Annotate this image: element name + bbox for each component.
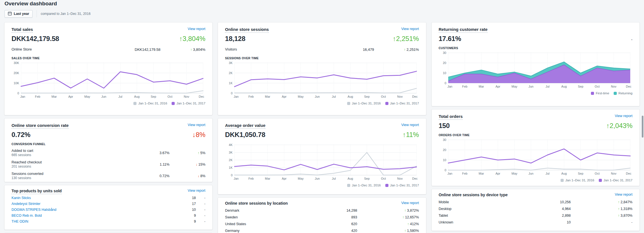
list-row: Kanin Sticks18- [12,195,205,201]
row-label: Unknown [439,220,537,225]
chart-svg: 0102030JanFebMarAprMayJunJulAugSepOctNov… [439,51,632,89]
svg-text:Dec: Dec [412,95,418,98]
svg-text:Apr: Apr [495,85,500,88]
view-report-link-orders[interactable]: View report [615,114,632,118]
chart-svg: 01K2K3KJanFebMarAprMayJunJulAugSepOctNov… [225,61,419,99]
view-report-link-total-sales[interactable]: View report [188,27,205,31]
svg-text:Sep: Sep [578,85,583,88]
list-row: Online StoreDKK142,179.58↑ 3,804% [12,45,205,53]
row-delta: ↑ 3,870% [571,214,632,218]
svg-text:4K: 4K [229,143,233,147]
legend-item: Jan 1–Dec 31, 2016 [347,102,381,105]
row-label: Denmark [225,208,323,213]
chart-svg: 0102030JanFebMarAprMayJunJulAugSepOctNov… [439,138,632,176]
row-delta: - [196,214,205,218]
view-report-link-aov[interactable]: View report [401,123,419,127]
compared-to-text: compared to Jan 1–Dec 31, 2016 [41,12,90,16]
sales-over-time-chart: 010K20K30KJanFebMarAprMayJunJulAugSepOct… [12,61,205,99]
orders-chart-legend: Jan 1–Dec 31, 2016Jan 1–Dec 31, 2017 [439,178,632,182]
svg-text:Jul: Jul [545,85,549,88]
date-range-button[interactable]: Last year [4,10,33,18]
row-delta: ↑ 412% [357,222,419,226]
scrollbar-thumb[interactable] [642,116,643,138]
row-delta: - [196,220,205,223]
sessions-breakdown: Visitors16,479↑ 2,251% [225,45,419,53]
svg-text:Feb: Feb [462,85,467,88]
row-label: Tablet [439,213,537,218]
view-report-link-top-products[interactable]: View report [188,189,205,193]
conversion-funnel-list: Added to cart665 sessions3.67%↑ 5%Reache… [12,147,205,182]
card-title-sessions-by-device: Online store sessions by device type [439,193,508,197]
svg-text:Sep: Sep [364,95,370,98]
page-title: Overview dashboard [4,1,640,7]
orders-over-time-chart: 0102030JanFebMarAprMayJunJulAugSepOctNov… [439,138,632,176]
row-delta: ↑ 2,847% [571,200,632,204]
legend-item: First-time [591,92,609,95]
list-row: THE ODIN9- [12,218,205,224]
svg-text:3K: 3K [229,61,233,65]
view-report-link-conversion[interactable]: View report [188,123,205,127]
svg-text:Feb: Feb [35,95,40,98]
legend-swatch-icon [347,184,350,187]
svg-text:May: May [84,95,90,98]
svg-text:Mar: Mar [479,172,484,175]
legend-swatch-icon [172,102,175,105]
row-delta: ↓ 15% [169,163,205,166]
svg-text:2K: 2K [229,71,233,75]
section-label-sessions-over-time: SESSIONS OVER TIME [225,56,419,60]
svg-text:Aug: Aug [561,172,567,175]
list-row: Sessions converted130 sessions0.72%↓ 8% [12,170,205,182]
svg-text:Aug: Aug [134,95,140,98]
legend-item: Jan 1–Dec 31, 2016 [133,102,167,105]
svg-text:20: 20 [443,148,446,152]
customers-chart: 0102030JanFebMarAprMayJunJulAugSepOctNov… [439,51,632,89]
svg-text:Oct: Oct [168,95,172,98]
svg-text:Mar: Mar [51,95,57,98]
svg-text:Apr: Apr [282,177,286,180]
legend-swatch-icon [561,179,564,182]
row-value: 2,898 [537,214,571,218]
product-link[interactable]: THE ODIN [12,219,173,224]
view-report-link-location[interactable]: View report [401,201,419,205]
row-value: 17 [173,202,196,206]
svg-text:0: 0 [17,92,19,95]
svg-text:Jan: Jan [234,177,239,180]
legend-item: Jan 1–Dec 31, 2017 [172,102,205,105]
product-link[interactable]: DOGMA STRIPES Halsbånd [12,207,173,212]
row-delta: - [196,196,205,200]
svg-text:Apr: Apr [68,95,73,98]
conversion-rate-card: Online store conversion rate View report… [4,118,212,182]
legend-item: Jan 1–Dec 31, 2016 [347,184,381,187]
section-label-sales-over-time: SALES OVER TIME [12,56,205,60]
online-store-sessions-card: Online store sessions View report 18,128… [218,22,426,115]
svg-text:Nov: Nov [184,95,189,98]
total-orders-delta: ↑2,043% [606,122,632,130]
svg-text:Jul: Jul [118,95,122,98]
list-row: Mobile10,256↑ 2,847% [439,199,632,205]
svg-text:0: 0 [231,173,233,177]
column-2: Online store sessions View report 18,128… [218,22,426,233]
svg-text:Feb: Feb [249,177,254,180]
list-row: Tablet2,898↑ 3,870% [439,212,632,219]
view-report-link-device[interactable]: View report [615,193,632,197]
product-link[interactable]: BECO Reb m. Bold [12,213,173,218]
date-range-label: Last year [14,12,29,16]
list-row: United States620↑ 412% [225,221,419,227]
row-value: 9 [173,214,196,218]
svg-text:Mar: Mar [479,85,484,88]
view-report-link-sessions[interactable]: View report [401,27,419,31]
product-link[interactable]: Andebryst Strimler [12,202,173,206]
list-row: Denmark14,298↑ 3,872% [225,207,419,214]
row-value: 14,298 [324,209,357,213]
list-row: Visitors16,479↑ 2,251% [225,45,419,53]
row-delta: ↑ 12,657% [357,215,419,219]
aov-delta: ↑11% [402,131,419,139]
row-delta: ↑ 2,251% [374,47,419,52]
product-link[interactable]: Kanin Sticks [12,196,173,200]
row-delta: - [571,220,632,224]
legend-label: Jan 1–Dec 31, 2016 [352,184,381,187]
svg-text:Jan: Jan [234,95,239,98]
svg-text:Nov: Nov [397,95,403,98]
svg-text:May: May [511,172,517,175]
sessions-over-time-chart: 01K2K3KJanFebMarAprMayJunJulAugSepOctNov… [225,61,419,99]
